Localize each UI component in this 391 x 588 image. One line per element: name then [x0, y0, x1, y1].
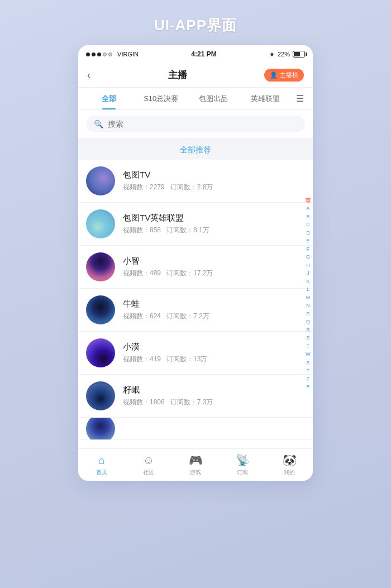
carrier-label: VIRGIN: [117, 51, 139, 58]
alpha-E[interactable]: E: [306, 237, 309, 245]
community-label: 社区: [143, 469, 154, 476]
alpha-H[interactable]: H: [306, 261, 310, 269]
alpha-P[interactable]: P: [306, 310, 309, 318]
alpha-L[interactable]: L: [307, 286, 309, 294]
alpha-J[interactable]: J: [307, 270, 309, 278]
tab-menu-icon[interactable]: ☰: [292, 93, 308, 104]
channel-info-3: 小智 视频数：489 订阅数：17.2万: [123, 256, 295, 278]
search-icon: 🔍: [94, 119, 103, 128]
channel-avatar-3: [86, 252, 115, 281]
alpha-R[interactable]: R: [306, 326, 310, 334]
alpha-W[interactable]: W: [306, 351, 311, 358]
subscribe-icon: 📡: [236, 453, 250, 467]
alpha-N[interactable]: N: [306, 302, 310, 310]
ranking-icon: 👤: [270, 71, 278, 79]
bottom-nav: ⌂ 首页 ☺ 社区 🎮 游戏 📡 订阅 🐼 我的: [78, 448, 313, 481]
battery-percent: 22%: [278, 51, 290, 58]
alpha-G[interactable]: G: [306, 254, 310, 261]
channel-name-1: 包图TV: [123, 170, 295, 180]
signal-dot-1: [86, 52, 90, 56]
tab-baotu[interactable]: 包图出品: [187, 88, 240, 109]
channel-avatar-4: [86, 295, 115, 324]
tab-s10[interactable]: S10总决赛: [135, 88, 188, 109]
channel-info-6: 籽岷 视频数：1806 订阅数：7.3万: [123, 385, 295, 407]
channel-name-5: 小漠: [123, 342, 295, 352]
games-label: 游戏: [190, 469, 201, 476]
channel-item-4[interactable]: 牛蛙 视频数：624 订阅数：7.2万: [78, 289, 313, 332]
status-left: VIRGIN: [86, 51, 139, 58]
channel-meta-2: 视频数：858 订阅数：8.1万: [123, 226, 295, 235]
alpha-F[interactable]: F: [307, 245, 310, 253]
status-bar: VIRGIN 4:21 PM ★ 22%: [78, 45, 313, 63]
category-tabs: 全部 S10总决赛 包图出品 英雄联盟 ☰: [78, 88, 313, 110]
alpha-hash[interactable]: #: [307, 383, 309, 391]
phone-frame: VIRGIN 4:21 PM ★ 22% ‹ 主播 👤 主播榜 全部: [78, 45, 313, 481]
tab-all[interactable]: 全部: [83, 88, 135, 109]
ranking-label: 主播榜: [280, 71, 298, 79]
search-input-wrap[interactable]: 🔍: [86, 116, 305, 132]
nav-home[interactable]: ⌂ 首页: [78, 454, 125, 476]
channel-name-2: 包图TV英雄联盟: [123, 213, 295, 223]
channel-item-6[interactable]: 籽岷 视频数：1806 订阅数：7.3万: [78, 375, 313, 418]
nav-community[interactable]: ☺ 社区: [125, 454, 172, 476]
alpha-S[interactable]: S: [306, 334, 309, 342]
channel-avatar-1: [86, 166, 115, 195]
channel-meta-5: 视频数：419 订阅数：13万: [123, 355, 295, 364]
nav-title: 主播: [168, 69, 187, 82]
nav-games[interactable]: 🎮 游戏: [172, 453, 219, 476]
page-title-area: UI-APP界面: [0, 0, 391, 45]
games-icon: 🎮: [189, 453, 203, 467]
channel-name-6: 籽岷: [123, 385, 295, 395]
home-label: 首页: [96, 469, 107, 476]
home-icon: ⌂: [98, 454, 105, 467]
alpha-recommend[interactable]: 荐: [306, 197, 311, 204]
search-bar: 🔍: [78, 110, 313, 138]
bluetooth-icon: ★: [269, 51, 275, 58]
channel-item-5[interactable]: 小漠 视频数：419 订阅数：13万: [78, 332, 313, 375]
tab-lol[interactable]: 英雄联盟: [240, 88, 292, 109]
channel-avatar-6: [86, 381, 115, 410]
alphabet-index: 荐 A B C D E F G H J K L M N P Q R S T W: [306, 197, 311, 390]
channel-item-1[interactable]: 包图TV 视频数：2279 订阅数：2.8万: [78, 160, 313, 203]
profile-label: 我的: [284, 469, 295, 476]
channel-meta-3: 视频数：489 订阅数：17.2万: [123, 269, 295, 278]
community-icon: ☺: [143, 454, 154, 467]
signal-dot-3: [97, 52, 101, 56]
alpha-T[interactable]: T: [307, 342, 310, 350]
alpha-Q[interactable]: Q: [306, 318, 310, 326]
channel-item-2[interactable]: 包图TV英雄联盟 视频数：858 订阅数：8.1万: [78, 203, 313, 246]
channel-item-3[interactable]: 小智 视频数：489 订阅数：17.2万: [78, 246, 313, 289]
channel-meta-1: 视频数：2279 订阅数：2.8万: [123, 183, 295, 192]
signal-dot-2: [92, 52, 96, 56]
nav-profile[interactable]: 🐼 我的: [266, 453, 313, 476]
battery-fill: [294, 52, 300, 56]
alpha-A[interactable]: A: [306, 205, 309, 213]
search-input[interactable]: [108, 119, 297, 128]
channel-list: 包图TV 视频数：2279 订阅数：2.8万 包图TV英雄联盟: [78, 160, 313, 440]
alpha-Y[interactable]: Y: [306, 367, 309, 375]
alpha-K[interactable]: K: [306, 278, 309, 285]
alpha-M[interactable]: M: [306, 294, 311, 302]
alpha-B[interactable]: B: [306, 213, 309, 221]
ranking-button[interactable]: 👤 主播榜: [264, 69, 304, 82]
channel-meta-4: 视频数：624 订阅数：7.2万: [123, 312, 295, 321]
channel-item-7[interactable]: [78, 418, 313, 440]
section-header: 全部推荐: [78, 138, 313, 160]
alpha-X[interactable]: X: [306, 358, 309, 366]
alpha-D[interactable]: D: [306, 229, 310, 237]
nav-subscribe[interactable]: 📡 订阅: [219, 453, 266, 476]
channel-avatar-2: [86, 209, 115, 238]
page-title: UI-APP界面: [154, 17, 237, 34]
back-button[interactable]: ‹: [87, 69, 90, 81]
alpha-Z[interactable]: Z: [307, 375, 310, 383]
alpha-C[interactable]: C: [306, 221, 310, 229]
content-area: 全部推荐 包图TV 视频数：2279 订阅数：2.8万: [78, 138, 313, 448]
channel-avatar-7: [86, 418, 115, 440]
subscribe-label: 订阅: [237, 469, 248, 476]
profile-icon: 🐼: [283, 453, 297, 467]
channel-avatar-5: [86, 338, 115, 367]
channel-info-4: 牛蛙 视频数：624 订阅数：7.2万: [123, 299, 295, 321]
battery-icon: [293, 51, 305, 58]
channel-name-4: 牛蛙: [123, 299, 295, 309]
signal-dot-5: [108, 52, 112, 56]
